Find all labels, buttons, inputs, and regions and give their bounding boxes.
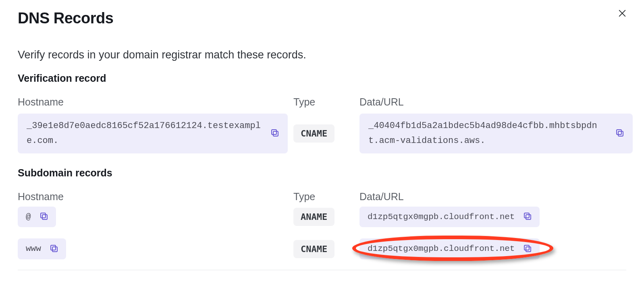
svg-rect-5 bbox=[617, 130, 621, 135]
subdomain-section-heading: Subdomain records bbox=[18, 167, 626, 179]
svg-rect-7 bbox=[41, 213, 46, 218]
subdomain-type-pill: CNAME bbox=[293, 240, 334, 258]
subdomain-data-chip: d1zp5qtgx0mgpb.cloudfront.net bbox=[359, 238, 540, 259]
verification-column-headers: Hostname Type Data/URL bbox=[18, 96, 626, 108]
close-button[interactable] bbox=[614, 6, 630, 22]
subdomain-hostname-chip: @ bbox=[18, 207, 56, 228]
copy-button[interactable] bbox=[37, 210, 50, 224]
col-type: Type bbox=[292, 191, 356, 203]
subdomain-hostname-value: www bbox=[25, 242, 42, 256]
subdomain-hostname-chip: www bbox=[18, 238, 66, 259]
subdomain-column-headers: Hostname Type Data/URL bbox=[18, 191, 626, 203]
close-icon bbox=[618, 9, 627, 19]
page-title: DNS Records bbox=[18, 10, 626, 27]
copy-icon bbox=[523, 244, 532, 255]
svg-rect-6 bbox=[42, 215, 47, 219]
svg-rect-11 bbox=[51, 245, 56, 250]
subdomain-hostname-value: @ bbox=[25, 210, 32, 224]
copy-icon bbox=[49, 244, 59, 255]
copy-button[interactable] bbox=[521, 242, 534, 256]
copy-icon bbox=[270, 128, 280, 139]
verification-data-chip: _40404fb1d5a2a1bdec5b4ad98de4cfbb.mhbtsb… bbox=[359, 114, 633, 153]
verification-hostname-chip: _39e1e8d7e0aedc8165cf52a176612124.testex… bbox=[18, 114, 288, 153]
subdomain-data-chip: d1zp5qtgx0mgpb.cloudfront.net bbox=[359, 207, 540, 228]
svg-rect-4 bbox=[618, 131, 623, 136]
col-type: Type bbox=[292, 96, 356, 108]
verification-section-heading: Verification record bbox=[18, 72, 626, 84]
svg-rect-9 bbox=[524, 213, 529, 218]
verification-record-row: _39e1e8d7e0aedc8165cf52a176612124.testex… bbox=[18, 114, 626, 153]
copy-button[interactable] bbox=[521, 210, 534, 224]
copy-button[interactable] bbox=[613, 126, 626, 141]
svg-rect-13 bbox=[524, 245, 529, 250]
dns-records-dialog: DNS Records Verify records in your domai… bbox=[0, 0, 644, 290]
verification-hostname-value: _39e1e8d7e0aedc8165cf52a176612124.testex… bbox=[27, 118, 263, 149]
copy-button[interactable] bbox=[48, 242, 60, 256]
copy-button[interactable] bbox=[268, 126, 281, 141]
col-data: Data/URL bbox=[356, 96, 638, 108]
subdomain-record-row: @ ANAME d1zp5qtgx0mgpb.cloudfront.net bbox=[18, 207, 626, 228]
divider bbox=[18, 270, 626, 270]
page-description: Verify records in your domain registrar … bbox=[18, 49, 626, 61]
col-data: Data/URL bbox=[356, 191, 638, 203]
col-hostname: Hostname bbox=[18, 96, 292, 108]
svg-rect-12 bbox=[526, 247, 531, 252]
copy-icon bbox=[523, 211, 532, 222]
svg-rect-2 bbox=[273, 131, 278, 136]
annotation-highlight: d1zp5qtgx0mgpb.cloudfront.net bbox=[359, 245, 540, 252]
col-hostname: Hostname bbox=[18, 191, 292, 203]
subdomain-data-value: d1zp5qtgx0mgpb.cloudfront.net bbox=[367, 210, 515, 224]
svg-rect-3 bbox=[272, 130, 276, 135]
svg-rect-8 bbox=[526, 215, 531, 219]
svg-rect-10 bbox=[52, 247, 57, 252]
copy-icon bbox=[39, 211, 49, 222]
subdomain-data-value: d1zp5qtgx0mgpb.cloudfront.net bbox=[367, 242, 515, 256]
copy-icon bbox=[615, 128, 625, 139]
verification-data-value: _40404fb1d5a2a1bdec5b4ad98de4cfbb.mhbtsb… bbox=[368, 118, 608, 149]
verification-type-pill: CNAME bbox=[293, 124, 334, 143]
subdomain-type-pill: ANAME bbox=[293, 208, 334, 226]
subdomain-record-row: www CNAME d1zp5qtgx0mgpb.cloudfront.net bbox=[18, 238, 626, 259]
